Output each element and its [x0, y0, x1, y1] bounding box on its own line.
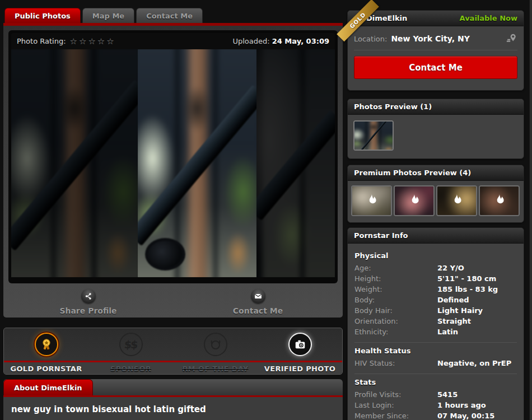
share-profile-label: Share Profile [59, 306, 116, 315]
about-headline: new guy in town bisexual hot latin gifte… [11, 404, 335, 414]
profile-divider [354, 50, 517, 50]
pole-flange [145, 238, 185, 270]
uploaded-value: 24 May, 03:09 [272, 37, 329, 45]
photo-thumbnail[interactable] [353, 120, 394, 151]
main-photo[interactable] [11, 49, 335, 277]
premium-thumbnail[interactable] [394, 185, 435, 216]
share-icon [81, 289, 96, 304]
info-row-age: Age: 22 Y/O [354, 263, 517, 273]
info-value: Negative, on PrEP [437, 359, 511, 367]
pornstar-info-panel: Pornstar Info Physical Age: 22 Y/O Heigh… [347, 227, 524, 420]
badge-label-verified-photo: VERIFIED PHOTO [258, 365, 342, 373]
tab-public-photos[interactable]: Public Photos [4, 8, 81, 23]
pornstar-info-header: Pornstar Info [348, 228, 524, 244]
badge-icons-row: $$ [4, 328, 342, 361]
photos-preview-header: Photos Preview (1) [348, 99, 524, 115]
tab-map-me[interactable]: Map Me [82, 8, 134, 23]
info-value: 5'11" - 180 cm [437, 274, 496, 283]
info-label: Ethnicity: [354, 328, 437, 336]
location-row: Location: New York City, NY [348, 26, 524, 50]
info-value: 07 May, 00:15 [437, 412, 494, 420]
location-value: New York City, NY [391, 34, 501, 43]
availability-status: Available Now [460, 11, 517, 26]
premium-thumbnail[interactable] [479, 185, 520, 216]
location-label: Location: [354, 35, 387, 43]
info-value: Straight [437, 317, 471, 325]
premium-photos-panel: Premium Photos Preview (4) [347, 165, 524, 223]
info-value: 185 lbs - 83 kg [437, 285, 498, 293]
info-row-body: Body: Defined [354, 295, 517, 305]
premium-thumbnail[interactable] [351, 185, 392, 216]
badge-label-sponsor: SPONSOR [88, 365, 173, 373]
info-divider [354, 342, 517, 343]
info-value: 5415 [437, 390, 458, 399]
premium-thumbnails-row [348, 181, 524, 221]
badge-labels-row: GOLD PORNSTAR SPONSOR RM OF THE DAY VERI… [4, 362, 342, 375]
contact-me-label: Contact Me [233, 306, 283, 315]
photo-rating-label: Photo Rating: [17, 37, 66, 45]
star-rating-icon[interactable]: ☆☆☆☆☆ [70, 36, 116, 46]
tab-contact-me[interactable]: Contact Me [136, 8, 203, 23]
info-value: 1 hours ago [437, 401, 486, 409]
scrollbar[interactable] [529, 0, 532, 420]
info-label: Height: [354, 274, 437, 283]
profile-panel-header: DimeElkin Available Now [348, 11, 524, 26]
profile-summary-panel: GOLD DimeElkin Available Now Location: N… [347, 10, 524, 91]
premium-thumbnail[interactable] [436, 185, 477, 216]
photo-frame: Photo Rating: ☆☆☆☆☆ Uploaded: 24 May, 03… [8, 30, 338, 283]
info-label: Orientation: [354, 317, 437, 325]
badge-gold-pornstar[interactable] [4, 328, 88, 361]
info-row-member-since: Member Since: 07 May, 00:15 [354, 410, 517, 420]
info-row-height: Height: 5'11" - 180 cm [354, 273, 517, 284]
photo-header: Photo Rating: ☆☆☆☆☆ Uploaded: 24 May, 03… [11, 33, 335, 49]
badge-rm-of-the-day[interactable] [173, 328, 258, 361]
flame-icon [366, 194, 378, 208]
badge-sponsor[interactable]: $$ [88, 328, 173, 361]
info-label: HIV Status: [354, 359, 437, 367]
info-value: 22 Y/O [437, 264, 464, 272]
info-label: Member Since: [354, 412, 437, 420]
flame-icon [493, 194, 506, 208]
badge-label-gold-pornstar: GOLD PORNSTAR [4, 365, 88, 373]
badge-label-rm-of-the-day: RM OF THE DAY [173, 365, 258, 373]
section-heading-stats: Stats [354, 378, 517, 386]
about-section: About DimeElkin new guy in town bisexual… [3, 379, 343, 420]
contact-me-button[interactable]: Contact Me [354, 56, 517, 79]
info-value: Defined [437, 296, 469, 304]
envelope-icon [251, 289, 265, 304]
camera-icon [288, 333, 312, 356]
info-label: Body Hair: [354, 306, 437, 315]
photo-flank-right [256, 49, 335, 277]
premium-photos-header: Premium Photos Preview (4) [348, 165, 524, 181]
share-profile-button[interactable]: Share Profile [3, 286, 173, 318]
about-body: new guy in town bisexual hot latin gifte… [3, 397, 343, 420]
badges-panel: $$ [3, 328, 343, 375]
info-value: Latin [437, 328, 458, 336]
about-header: About DimeElkin [3, 379, 343, 395]
contact-me-link[interactable]: Contact Me [173, 286, 343, 318]
tab-about[interactable]: About DimeElkin [3, 379, 93, 395]
gold-medal-icon [35, 333, 58, 356]
horns-icon [204, 333, 227, 356]
uploaded-info: Uploaded: 24 May, 03:09 [232, 37, 329, 45]
section-heading-physical: Physical [354, 251, 517, 260]
info-row-weight: Weight: 185 lbs - 83 kg [354, 284, 517, 295]
dollar-icon: $$ [119, 333, 143, 356]
info-row-orientation: Orientation: Straight [354, 316, 517, 326]
photo-flank-left [11, 49, 138, 277]
flame-icon [408, 194, 421, 208]
photo-actions: Share Profile Contact Me [3, 286, 343, 318]
flame-icon [451, 194, 463, 208]
info-row-ethnicity: Ethnicity: Latin [354, 326, 517, 337]
info-label: Weight: [354, 285, 437, 293]
info-row-profile-visits: Profile Visits: 5415 [354, 389, 517, 400]
map-pin-icon[interactable] [505, 33, 517, 44]
badge-verified-photo[interactable] [258, 328, 342, 361]
info-value: Light Hairy [437, 306, 483, 315]
photos-preview-panel: Photos Preview (1) [347, 99, 524, 159]
info-row-body-hair: Body Hair: Light Hairy [354, 305, 517, 316]
uploaded-label: Uploaded: [232, 37, 269, 45]
page: Public Photos Map Me Contact Me Photo Ra… [0, 0, 532, 420]
photo-center [138, 49, 256, 277]
info-divider [354, 374, 517, 374]
